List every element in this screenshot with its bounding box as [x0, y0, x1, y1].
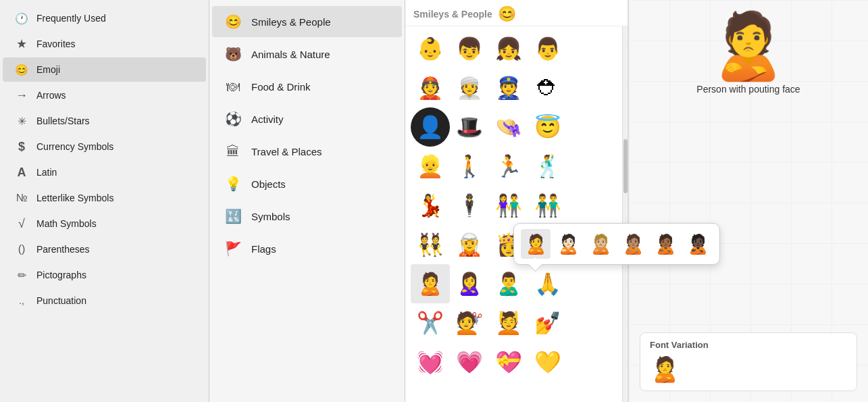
sidebar-item-arrows[interactable]: → Arrows [3, 83, 206, 107]
punctuation-icon: ., [14, 293, 30, 309]
clock-icon: 🕐 [14, 10, 30, 26]
font-variation-emoji[interactable]: 🙎 [650, 355, 847, 384]
sidebar-item-pictographs[interactable]: ✏ Pictographs [3, 263, 206, 287]
middle-item-flags[interactable]: 🚩 Flags [212, 233, 402, 264]
sidebar-item-latin[interactable]: A Latin [3, 160, 206, 184]
emoji-cell[interactable]: 💗 [450, 343, 489, 382]
middle-item-smileys[interactable]: 😊 Smileys & People [212, 6, 402, 37]
emoji-cell[interactable]: 🙎‍♂️ [489, 264, 528, 303]
emoji-cell[interactable]: 💛 [528, 343, 567, 382]
emoji-cell[interactable]: 👮 [489, 68, 528, 107]
emoji-cell[interactable]: 👒 [489, 107, 528, 147]
sidebar-item-parentheses[interactable]: () Parentheses [3, 237, 206, 261]
star-icon: ★ [14, 36, 30, 52]
sidebar-item-frequently-used[interactable]: 🕐 Frequently Used [3, 6, 206, 30]
emoji-cell[interactable]: ⛑ [528, 68, 567, 107]
sidebar-item-emoji[interactable]: 😊 Emoji [3, 57, 206, 82]
emoji-cell[interactable]: 🎩 [450, 107, 489, 147]
emoji-cell[interactable]: 👤 [411, 107, 450, 147]
emoji-cell[interactable]: 💓 [411, 343, 450, 382]
activity-icon: ⚽ [223, 109, 243, 129]
skin-tone-default[interactable]: 🙎 [521, 229, 551, 259]
emoji-cell[interactable]: 👯 [411, 225, 450, 264]
emoji-cell[interactable]: 👫 [489, 186, 528, 225]
sidebar-label-math: Math Symbols [36, 218, 97, 229]
latin-icon: A [14, 164, 30, 180]
font-variation-panel: Font Variation 🙎 [640, 332, 857, 391]
emoji-cell[interactable]: 🕺 [528, 147, 567, 186]
emoji-cell[interactable]: 👦 [450, 29, 489, 68]
scrollbar-track[interactable] [622, 26, 628, 402]
emoji-cell[interactable]: 😇 [528, 107, 567, 147]
emoji-cell[interactable]: ✂️ [411, 303, 450, 343]
scrollbar-thumb[interactable] [623, 139, 628, 193]
sidebar-label-favorites: Favorites [36, 39, 76, 49]
skin-tone-medium-light[interactable]: 🙎🏼 [586, 229, 615, 259]
emoji-cell[interactable]: 🏃 [489, 147, 528, 186]
sidebar-item-punctuation[interactable]: ., Punctuation [3, 288, 206, 313]
header-emoji: 😊 [498, 5, 516, 23]
middle-item-food[interactable]: 🍽 Food & Drink [212, 71, 402, 102]
emoji-cell[interactable]: 💃 [411, 186, 450, 225]
sidebar-item-favorites[interactable]: ★ Favorites [3, 32, 206, 56]
letterlike-icon: № [14, 190, 30, 206]
emoji-cell[interactable]: 💆 [489, 303, 528, 343]
skin-tone-medium[interactable]: 🙎🏽 [618, 229, 648, 259]
math-icon: √ [14, 216, 30, 232]
emoji-cell[interactable]: 🙎‍♀️ [450, 264, 489, 303]
emoji-cell[interactable]: 🕴 [450, 186, 489, 225]
emoji-cell[interactable]: 💅 [528, 303, 567, 343]
currency-icon: $ [14, 139, 30, 155]
sidebar-item-bullets-stars[interactable]: ✳ Bullets/Stars [3, 109, 206, 133]
emoji-cell[interactable]: 👲 [411, 68, 450, 107]
emoji-cell[interactable]: 👬 [528, 186, 567, 225]
sidebar-label-currency: Currency Symbols [36, 141, 113, 152]
objects-icon: 💡 [223, 174, 243, 194]
emoji-row: 💃 🕴 👫 👬 [411, 186, 622, 225]
emoji-row: ✂️ 💇 💆 💅 [411, 303, 622, 343]
sidebar-label-punctuation: Punctuation [36, 295, 86, 306]
sidebar-item-letterlike[interactable]: № Letterlike Symbols [3, 186, 206, 210]
emoji-cell[interactable]: 👨 [528, 29, 567, 68]
emoji-icon: 😊 [14, 61, 30, 78]
sidebar-item-currency[interactable]: $ Currency Symbols [3, 134, 206, 159]
emoji-cell[interactable]: 🚶 [450, 147, 489, 186]
emoji-cell[interactable]: 💝 [489, 343, 528, 382]
middle-item-activity[interactable]: ⚽ Activity [212, 103, 402, 134]
middle-item-objects[interactable]: 💡 Objects [212, 168, 402, 199]
right-panel: 🙎 Person with pouting face Font Variatio… [628, 0, 868, 402]
emoji-cell[interactable]: 👧 [489, 29, 528, 68]
arrow-icon: → [14, 87, 30, 103]
skin-tone-dark[interactable]: 🙎🏿 [683, 229, 713, 259]
emoji-row: 🙎 🙎‍♀️ 🙎‍♂️ 🙏 [411, 264, 622, 303]
middle-label-animals: Animals & Nature [251, 49, 330, 60]
emoji-grid-title: Smileys & People [413, 9, 492, 20]
symbols-icon: 🔣 [223, 206, 243, 226]
skin-tone-light[interactable]: 🙎🏻 [553, 229, 583, 259]
middle-item-travel[interactable]: 🏛 Travel & Places [212, 136, 402, 167]
skin-tone-medium-dark[interactable]: 🙎🏾 [650, 229, 680, 259]
sidebar-label-frequently-used: Frequently Used [36, 13, 106, 24]
preview-emoji: 🙎 [708, 14, 789, 78]
font-variation-title: Font Variation [650, 340, 847, 350]
smileys-icon: 😊 [223, 11, 243, 32]
emoji-cell-selected[interactable]: 🙎 [411, 264, 450, 303]
preview-name: Person with pouting face [696, 84, 800, 95]
emoji-cell[interactable]: 💇 [450, 303, 489, 343]
right-content: 🙎 Person with pouting face [640, 14, 857, 108]
middle-label-travel: Travel & Places [251, 146, 322, 157]
emoji-cell[interactable]: 👱 [411, 147, 450, 186]
emoji-grid-scroll[interactable]: 👶 👦 👧 👨 👲 👳 👮 ⛑ 👤 🎩 👒 😇 👱 🚶 🏃 🕺 [405, 26, 628, 402]
middle-item-animals[interactable]: 🐻 Animals & Nature [212, 39, 402, 70]
middle-label-smileys: Smileys & People [251, 16, 331, 28]
animals-icon: 🐻 [223, 44, 243, 64]
middle-item-symbols[interactable]: 🔣 Symbols [212, 201, 402, 232]
middle-label-food: Food & Drink [251, 81, 311, 93]
sidebar-label-parentheses: Parentheses [36, 244, 90, 255]
emoji-cell[interactable]: 🧝 [450, 225, 489, 264]
emoji-cell[interactable]: 👳 [450, 68, 489, 107]
sidebar-item-math[interactable]: √ Math Symbols [3, 211, 206, 236]
sidebar-label-pictographs: Pictographs [36, 270, 86, 280]
emoji-cell[interactable]: 👶 [411, 29, 450, 68]
emoji-grid-area: Smileys & People 😊 👶 👦 👧 👨 👲 👳 👮 ⛑ 👤 🎩 👒… [405, 0, 628, 402]
